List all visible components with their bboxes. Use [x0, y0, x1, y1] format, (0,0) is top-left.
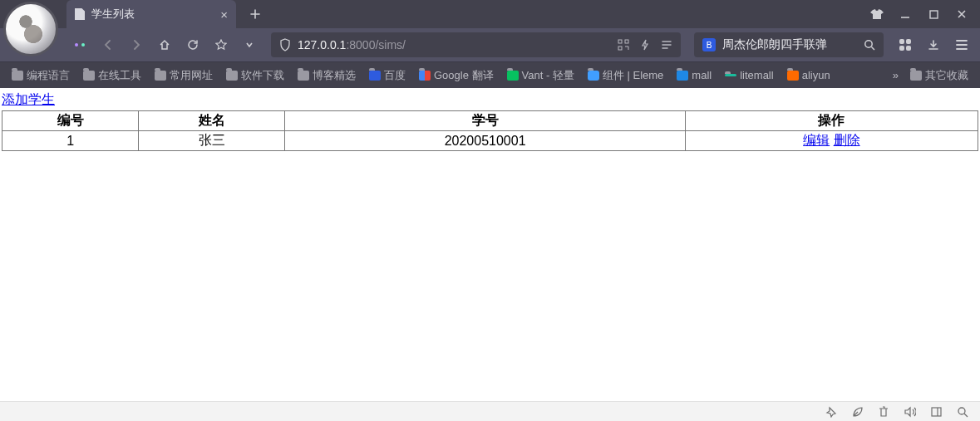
cell-ops: 编辑 删除: [685, 131, 978, 151]
plus-icon: [250, 9, 260, 19]
bookmark-label: Vant - 轻量: [522, 68, 574, 83]
browser-chrome: 学生列表 × 127.0.0.1:8000/sims/: [0, 0, 980, 88]
bookmark-item[interactable]: 软件下载: [221, 66, 289, 86]
close-tab-icon[interactable]: ×: [220, 7, 228, 22]
status-sidebar-icon[interactable]: [931, 407, 942, 417]
shield-icon: [279, 38, 291, 51]
baidu-icon: [369, 71, 381, 81]
col-name: 姓名: [139, 111, 285, 131]
bookmarks-overflow-button[interactable]: »: [889, 69, 902, 81]
folder-icon: [910, 71, 922, 81]
home-button[interactable]: [153, 33, 176, 56]
bookmark-item[interactable]: 在线工具: [78, 66, 146, 86]
bookmark-label: mall: [692, 69, 712, 81]
bookmarks-bar: 编程语言在线工具常用网址软件下载博客精选百度Google 翻译Vant - 轻量…: [0, 61, 980, 88]
ali-icon: [787, 71, 799, 81]
baidu-icon: B: [702, 38, 716, 51]
col-id: 编号: [2, 111, 139, 131]
search-text: 周杰伦郎朗四手联弹: [722, 37, 827, 52]
nav-toolbar: 127.0.0.1:8000/sims/ B 周杰伦郎朗四手联弹: [0, 28, 980, 61]
search-icon[interactable]: [864, 39, 875, 51]
lightning-icon[interactable]: [641, 39, 649, 51]
search-box[interactable]: B 周杰伦郎朗四手联弹: [694, 32, 884, 57]
bookmark-label: 常用网址: [170, 68, 213, 83]
svg-rect-5: [932, 408, 941, 416]
svg-point-4: [865, 41, 872, 47]
add-student-link[interactable]: 添加学生: [2, 91, 55, 109]
google-icon: [419, 71, 431, 81]
lite-icon: [725, 74, 736, 76]
bookmark-label: 百度: [384, 68, 406, 83]
app-menu-button[interactable]: [950, 33, 973, 56]
tab-title: 学生列表: [91, 7, 214, 22]
table-row: 1张三20200510001编辑 删除: [2, 131, 978, 151]
status-trash-icon[interactable]: [879, 406, 889, 418]
reload-button[interactable]: [181, 33, 204, 56]
bookmark-item[interactable]: 常用网址: [150, 66, 218, 86]
page-content: 添加学生 编号 姓名 学号 操作 1张三20200510001编辑 删除: [0, 88, 980, 151]
status-volume-icon[interactable]: [904, 406, 916, 418]
status-search-icon[interactable]: [957, 406, 968, 418]
col-ops: 操作: [685, 111, 978, 131]
back-button[interactable]: [96, 33, 120, 56]
new-tab-button[interactable]: [244, 3, 266, 25]
url-text: 127.0.0.1:8000/sims/: [298, 38, 406, 51]
downloads-button[interactable]: [922, 33, 945, 56]
bookmark-item[interactable]: 百度: [364, 66, 411, 86]
bookmark-item[interactable]: aliyun: [782, 66, 835, 84]
bookmark-label: 其它收藏: [925, 68, 968, 83]
tshirt-icon[interactable]: [870, 7, 884, 21]
bookmark-label: 编程语言: [27, 68, 70, 83]
svg-rect-1: [618, 40, 622, 43]
folder-icon: [83, 71, 95, 81]
cell-sno: 20200510001: [285, 131, 685, 151]
table-header-row: 编号 姓名 学号 操作: [2, 111, 978, 131]
svg-rect-2: [625, 40, 628, 43]
bookmark-label: litemall: [740, 69, 773, 81]
forward-button[interactable]: [125, 33, 148, 56]
delete-link[interactable]: 删除: [834, 133, 860, 147]
cell-id: 1: [2, 131, 139, 151]
folder-icon: [298, 71, 309, 81]
mall-icon: [677, 71, 688, 81]
apps-grid-button[interactable]: [894, 33, 917, 56]
tracking-protection-button[interactable]: [68, 33, 91, 56]
document-icon: [75, 8, 85, 20]
bookmark-star-button[interactable]: [209, 33, 233, 56]
url-bar[interactable]: 127.0.0.1:8000/sims/: [271, 32, 681, 57]
qr-icon[interactable]: [618, 39, 629, 51]
status-leaf-icon[interactable]: [852, 406, 864, 418]
bookmark-item[interactable]: 博客精选: [293, 66, 361, 86]
eleme-icon: [588, 71, 599, 81]
cell-name: 张三: [139, 131, 285, 151]
titlebar: 学生列表 ×: [0, 0, 980, 28]
svg-rect-0: [930, 11, 938, 18]
bookmark-label: 博客精选: [313, 68, 356, 83]
bookmark-item[interactable]: 组件 | Eleme: [583, 66, 668, 86]
browser-tab-active[interactable]: 学生列表 ×: [66, 0, 236, 28]
bookmark-item[interactable]: Vant - 轻量: [502, 66, 579, 86]
bookmark-label: 组件 | Eleme: [603, 68, 663, 83]
folder-icon: [12, 71, 23, 81]
toolbar-chevron-button[interactable]: [238, 33, 261, 56]
maximize-button[interactable]: [927, 7, 940, 21]
svg-point-6: [958, 408, 965, 414]
students-table: 编号 姓名 学号 操作 1张三20200510001编辑 删除: [2, 110, 978, 151]
profile-avatar[interactable]: [3, 2, 58, 56]
close-window-button[interactable]: [955, 7, 968, 21]
bookmark-label: aliyun: [802, 69, 830, 81]
folder-icon: [155, 71, 166, 81]
bookmark-item[interactable]: 编程语言: [7, 66, 75, 86]
bookmark-item[interactable]: mall: [672, 66, 717, 84]
bookmark-other-folder[interactable]: 其它收藏: [905, 66, 973, 86]
vant-icon: [507, 71, 519, 81]
bookmark-item[interactable]: Google 翻译: [414, 66, 499, 86]
edit-link[interactable]: 编辑: [803, 133, 830, 147]
bookmark-label: 软件下载: [241, 68, 284, 83]
bookmark-label: 在线工具: [98, 68, 141, 83]
reader-icon[interactable]: [661, 39, 672, 51]
status-pin-icon[interactable]: [825, 406, 837, 418]
status-bar: [0, 401, 980, 421]
bookmark-item[interactable]: litemall: [720, 66, 778, 84]
minimize-button[interactable]: [899, 7, 912, 21]
